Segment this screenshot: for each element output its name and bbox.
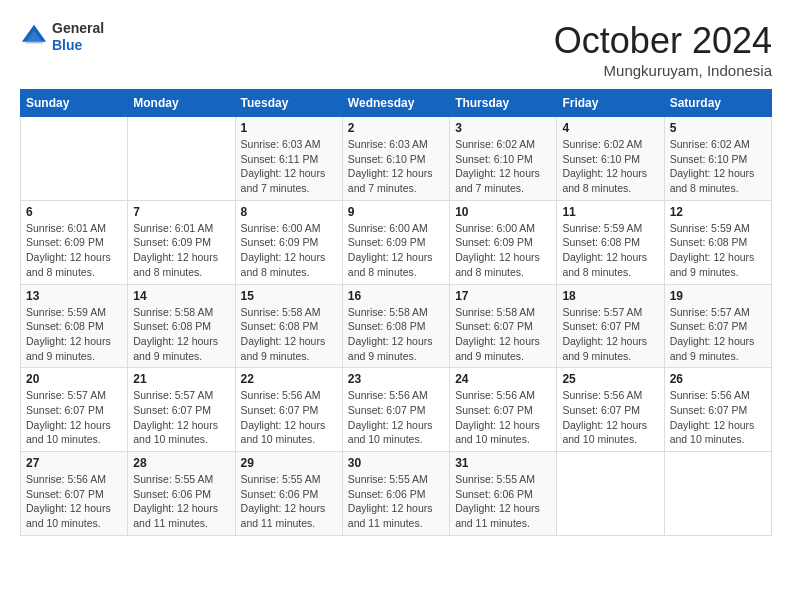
weekday-header-tuesday: Tuesday — [235, 90, 342, 117]
day-number: 1 — [241, 121, 337, 135]
day-info: Sunrise: 5:57 AM Sunset: 6:07 PM Dayligh… — [562, 305, 658, 364]
calendar-cell: 11Sunrise: 5:59 AM Sunset: 6:08 PM Dayli… — [557, 200, 664, 284]
day-info: Sunrise: 6:00 AM Sunset: 6:09 PM Dayligh… — [241, 221, 337, 280]
day-info: Sunrise: 5:56 AM Sunset: 6:07 PM Dayligh… — [241, 388, 337, 447]
day-info: Sunrise: 5:58 AM Sunset: 6:08 PM Dayligh… — [348, 305, 444, 364]
calendar-cell: 31Sunrise: 5:55 AM Sunset: 6:06 PM Dayli… — [450, 452, 557, 536]
calendar-cell: 12Sunrise: 5:59 AM Sunset: 6:08 PM Dayli… — [664, 200, 771, 284]
calendar-cell: 3Sunrise: 6:02 AM Sunset: 6:10 PM Daylig… — [450, 117, 557, 201]
calendar-cell — [557, 452, 664, 536]
logo-icon — [20, 23, 48, 51]
day-info: Sunrise: 5:58 AM Sunset: 6:08 PM Dayligh… — [241, 305, 337, 364]
day-number: 19 — [670, 289, 766, 303]
day-number: 14 — [133, 289, 229, 303]
day-info: Sunrise: 5:57 AM Sunset: 6:07 PM Dayligh… — [133, 388, 229, 447]
day-number: 12 — [670, 205, 766, 219]
calendar-table: SundayMondayTuesdayWednesdayThursdayFrid… — [20, 89, 772, 536]
day-info: Sunrise: 5:57 AM Sunset: 6:07 PM Dayligh… — [670, 305, 766, 364]
day-number: 11 — [562, 205, 658, 219]
day-info: Sunrise: 5:55 AM Sunset: 6:06 PM Dayligh… — [241, 472, 337, 531]
calendar-cell: 17Sunrise: 5:58 AM Sunset: 6:07 PM Dayli… — [450, 284, 557, 368]
day-number: 25 — [562, 372, 658, 386]
weekday-header-thursday: Thursday — [450, 90, 557, 117]
day-number: 22 — [241, 372, 337, 386]
calendar-cell: 20Sunrise: 5:57 AM Sunset: 6:07 PM Dayli… — [21, 368, 128, 452]
day-info: Sunrise: 6:00 AM Sunset: 6:09 PM Dayligh… — [348, 221, 444, 280]
day-number: 28 — [133, 456, 229, 470]
day-number: 29 — [241, 456, 337, 470]
calendar-cell: 28Sunrise: 5:55 AM Sunset: 6:06 PM Dayli… — [128, 452, 235, 536]
day-info: Sunrise: 6:03 AM Sunset: 6:11 PM Dayligh… — [241, 137, 337, 196]
day-info: Sunrise: 6:01 AM Sunset: 6:09 PM Dayligh… — [133, 221, 229, 280]
day-number: 3 — [455, 121, 551, 135]
day-info: Sunrise: 5:58 AM Sunset: 6:08 PM Dayligh… — [133, 305, 229, 364]
day-info: Sunrise: 5:59 AM Sunset: 6:08 PM Dayligh… — [670, 221, 766, 280]
day-info: Sunrise: 5:58 AM Sunset: 6:07 PM Dayligh… — [455, 305, 551, 364]
day-number: 31 — [455, 456, 551, 470]
calendar-cell: 19Sunrise: 5:57 AM Sunset: 6:07 PM Dayli… — [664, 284, 771, 368]
calendar-cell: 13Sunrise: 5:59 AM Sunset: 6:08 PM Dayli… — [21, 284, 128, 368]
day-number: 21 — [133, 372, 229, 386]
day-number: 20 — [26, 372, 122, 386]
calendar-cell: 10Sunrise: 6:00 AM Sunset: 6:09 PM Dayli… — [450, 200, 557, 284]
calendar-cell: 1Sunrise: 6:03 AM Sunset: 6:11 PM Daylig… — [235, 117, 342, 201]
day-info: Sunrise: 5:59 AM Sunset: 6:08 PM Dayligh… — [562, 221, 658, 280]
calendar-cell: 5Sunrise: 6:02 AM Sunset: 6:10 PM Daylig… — [664, 117, 771, 201]
day-number: 7 — [133, 205, 229, 219]
calendar-week-3: 13Sunrise: 5:59 AM Sunset: 6:08 PM Dayli… — [21, 284, 772, 368]
calendar-cell: 25Sunrise: 5:56 AM Sunset: 6:07 PM Dayli… — [557, 368, 664, 452]
calendar-cell — [128, 117, 235, 201]
logo-blue-text: Blue — [52, 37, 104, 54]
day-number: 9 — [348, 205, 444, 219]
calendar-cell: 8Sunrise: 6:00 AM Sunset: 6:09 PM Daylig… — [235, 200, 342, 284]
day-info: Sunrise: 5:56 AM Sunset: 6:07 PM Dayligh… — [348, 388, 444, 447]
calendar-cell: 29Sunrise: 5:55 AM Sunset: 6:06 PM Dayli… — [235, 452, 342, 536]
day-number: 27 — [26, 456, 122, 470]
location-subtitle: Mungkuruyam, Indonesia — [554, 62, 772, 79]
weekday-header-saturday: Saturday — [664, 90, 771, 117]
calendar-week-1: 1Sunrise: 6:03 AM Sunset: 6:11 PM Daylig… — [21, 117, 772, 201]
day-number: 13 — [26, 289, 122, 303]
calendar-cell: 15Sunrise: 5:58 AM Sunset: 6:08 PM Dayli… — [235, 284, 342, 368]
calendar-cell — [664, 452, 771, 536]
title-block: October 2024 Mungkuruyam, Indonesia — [554, 20, 772, 79]
day-number: 10 — [455, 205, 551, 219]
calendar-cell: 2Sunrise: 6:03 AM Sunset: 6:10 PM Daylig… — [342, 117, 449, 201]
calendar-cell: 27Sunrise: 5:56 AM Sunset: 6:07 PM Dayli… — [21, 452, 128, 536]
day-number: 5 — [670, 121, 766, 135]
day-info: Sunrise: 5:55 AM Sunset: 6:06 PM Dayligh… — [133, 472, 229, 531]
calendar-cell: 30Sunrise: 5:55 AM Sunset: 6:06 PM Dayli… — [342, 452, 449, 536]
weekday-header-wednesday: Wednesday — [342, 90, 449, 117]
day-info: Sunrise: 6:02 AM Sunset: 6:10 PM Dayligh… — [562, 137, 658, 196]
calendar-cell: 9Sunrise: 6:00 AM Sunset: 6:09 PM Daylig… — [342, 200, 449, 284]
day-number: 2 — [348, 121, 444, 135]
calendar-week-5: 27Sunrise: 5:56 AM Sunset: 6:07 PM Dayli… — [21, 452, 772, 536]
month-title: October 2024 — [554, 20, 772, 62]
calendar-cell: 18Sunrise: 5:57 AM Sunset: 6:07 PM Dayli… — [557, 284, 664, 368]
calendar-week-4: 20Sunrise: 5:57 AM Sunset: 6:07 PM Dayli… — [21, 368, 772, 452]
day-info: Sunrise: 5:56 AM Sunset: 6:07 PM Dayligh… — [670, 388, 766, 447]
calendar-cell: 23Sunrise: 5:56 AM Sunset: 6:07 PM Dayli… — [342, 368, 449, 452]
calendar-cell: 22Sunrise: 5:56 AM Sunset: 6:07 PM Dayli… — [235, 368, 342, 452]
calendar-cell: 24Sunrise: 5:56 AM Sunset: 6:07 PM Dayli… — [450, 368, 557, 452]
weekday-header-friday: Friday — [557, 90, 664, 117]
day-info: Sunrise: 5:56 AM Sunset: 6:07 PM Dayligh… — [562, 388, 658, 447]
day-number: 17 — [455, 289, 551, 303]
calendar-cell: 16Sunrise: 5:58 AM Sunset: 6:08 PM Dayli… — [342, 284, 449, 368]
weekday-header-sunday: Sunday — [21, 90, 128, 117]
calendar-cell — [21, 117, 128, 201]
day-number: 26 — [670, 372, 766, 386]
day-number: 30 — [348, 456, 444, 470]
day-info: Sunrise: 5:56 AM Sunset: 6:07 PM Dayligh… — [26, 472, 122, 531]
day-number: 6 — [26, 205, 122, 219]
day-info: Sunrise: 5:56 AM Sunset: 6:07 PM Dayligh… — [455, 388, 551, 447]
day-info: Sunrise: 5:55 AM Sunset: 6:06 PM Dayligh… — [348, 472, 444, 531]
day-info: Sunrise: 5:59 AM Sunset: 6:08 PM Dayligh… — [26, 305, 122, 364]
day-number: 24 — [455, 372, 551, 386]
day-info: Sunrise: 6:01 AM Sunset: 6:09 PM Dayligh… — [26, 221, 122, 280]
day-number: 15 — [241, 289, 337, 303]
day-number: 8 — [241, 205, 337, 219]
logo: General Blue — [20, 20, 104, 54]
day-info: Sunrise: 5:57 AM Sunset: 6:07 PM Dayligh… — [26, 388, 122, 447]
page-header: General Blue October 2024 Mungkuruyam, I… — [20, 20, 772, 79]
